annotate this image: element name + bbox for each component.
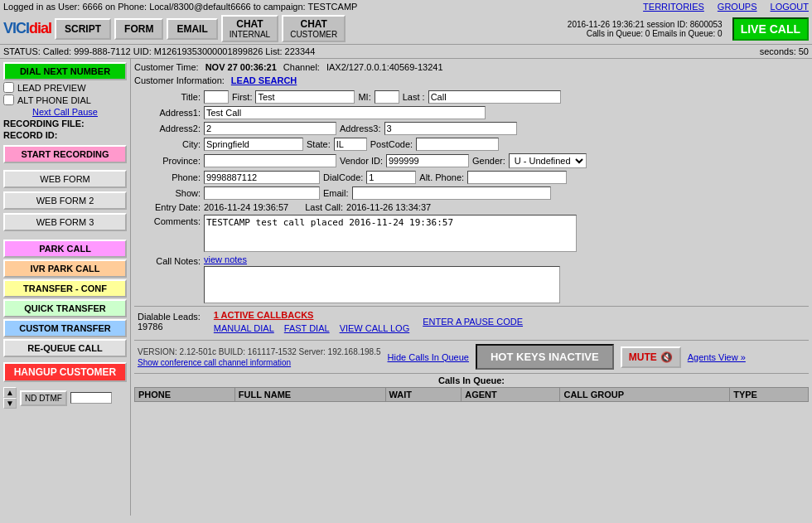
ivr-park-button[interactable]: IVR PARK CALL (3, 259, 127, 278)
enter-pause-code-link[interactable]: ENTER A PAUSE CODE (423, 317, 523, 327)
dialable-value: 19786 (138, 322, 163, 332)
conf-info-link[interactable]: Show conference call channel information (138, 358, 381, 367)
logo-vici: VICI (3, 20, 29, 36)
email-input[interactable] (352, 186, 551, 200)
territories-link[interactable]: TERRITORIES (643, 2, 704, 12)
requeue-call-button[interactable]: RE-QUEUE CALL (3, 339, 127, 357)
top-bar-right: TERRITORIES GROUPS LOGOUT (643, 2, 809, 12)
dtmf-input[interactable] (70, 392, 112, 404)
hot-keys-button[interactable]: HOT KEYS INACTIVE (476, 344, 614, 370)
quick-transfer-button[interactable]: QUICK TRANSFER (3, 299, 127, 317)
next-call-pause-link[interactable]: Next Call Pause (3, 107, 127, 117)
lead-search-link[interactable]: LEAD SEARCH (231, 75, 297, 85)
state-label: State: (307, 139, 331, 149)
sidebar: DIAL NEXT NUMBER LEAD PREVIEW ALT PHONE … (0, 59, 131, 516)
main-layout: DIAL NEXT NUMBER LEAD PREVIEW ALT PHONE … (0, 59, 812, 516)
city-input[interactable] (204, 138, 303, 151)
arrow-up-icon[interactable]: ▲ (3, 387, 17, 398)
chat-internal-button[interactable]: CHAT INTERNAL (221, 15, 278, 42)
show-input[interactable] (204, 186, 320, 200)
logo: VICIdial (3, 20, 51, 37)
cust-time-value: NOV 27 00:36:21 (205, 62, 277, 72)
lead-preview-checkbox[interactable] (3, 82, 14, 93)
call-notes-textarea[interactable] (204, 266, 560, 303)
manual-dial-link[interactable]: MANUAL DIAL (214, 323, 274, 333)
state-input[interactable] (334, 138, 367, 151)
mute-icon: 🔇 (660, 351, 673, 363)
dial-next-button[interactable]: DIAL NEXT NUMBER (3, 62, 127, 80)
name-row: Title: First: MI: Last : (134, 90, 809, 104)
chat-customer-button[interactable]: CHAT CUSTOMER (282, 15, 346, 42)
status-bar: STATUS: Called: 999-888-7112 UID: M12619… (0, 45, 812, 59)
comments-label: Comments: (134, 216, 201, 226)
col-full-name: FULL NAME (234, 388, 385, 402)
park-call-button[interactable]: PARK CALL (3, 240, 127, 258)
comments-textarea[interactable]: TESTCAMP test call placed 2016-11-24 19:… (204, 215, 577, 252)
form-button[interactable]: FORM (114, 18, 163, 40)
form-section: Title: First: MI: Last : Address1: Addre… (134, 90, 809, 303)
web-form2-button[interactable]: WEB FORM 2 (3, 191, 127, 210)
col-type: TYPE (730, 388, 809, 402)
callback-links: 1 ACTIVE CALLBACKS MANUAL DIAL FAST DIAL… (214, 310, 409, 333)
alt-phone-checkbox[interactable] (3, 94, 14, 105)
record-id-label: RECORD ID: (3, 128, 57, 142)
web-form3-button[interactable]: WEB FORM 3 (3, 213, 127, 231)
transfer-conf-button[interactable]: TRANSFER - CONF (3, 279, 127, 298)
city-row: City: State: PostCode: (134, 138, 809, 151)
call-notes-row: Call Notes: view notes (134, 254, 809, 303)
mi-input[interactable] (375, 90, 399, 104)
col-phone: PHONE (135, 388, 235, 402)
web-form-button[interactable]: WEB FORM (3, 170, 127, 188)
version-text: VERSION: 2.12-501c BUILD: 161117-1532 Se… (138, 347, 381, 356)
col-wait: WAIT (385, 388, 462, 402)
top-bar: Logged in as User: 6666 on Phone: Local/… (0, 0, 812, 13)
custom-transfer-button[interactable]: CUSTOM TRANSFER (3, 319, 127, 337)
view-call-log-link[interactable]: VIEW CALL LOG (340, 323, 410, 333)
alt-phone-row: ALT PHONE DIAL (3, 94, 127, 105)
view-notes-link[interactable]: view notes (204, 254, 560, 264)
last-label: Last : (403, 92, 425, 102)
arrow-down-icon[interactable]: ▼ (3, 398, 17, 409)
address2-input[interactable] (204, 122, 336, 135)
province-row: Province: Vendor ID: Gender: U - Undefin… (134, 153, 809, 168)
bottom-row1: Dialable Leads: 19786 1 ACTIVE CALLBACKS… (138, 310, 805, 333)
address3-input[interactable] (384, 122, 517, 135)
mute-label: MUTE (629, 351, 657, 363)
mute-button[interactable]: MUTE 🔇 (621, 346, 681, 368)
script-button[interactable]: SCRIPT (55, 18, 111, 40)
hot-keys-row: VERSION: 2.12-501c BUILD: 161117-1532 Se… (134, 340, 809, 373)
hangup-customer-button[interactable]: HANGUP CUSTOMER (3, 362, 127, 382)
start-recording-button[interactable]: START RECORDING (3, 145, 127, 163)
hide-calls-link[interactable]: Hide Calls In Queue (388, 352, 469, 362)
send-dtmf-button[interactable]: ND DTMF (20, 390, 67, 406)
first-input[interactable] (255, 90, 355, 104)
email-button[interactable]: EMAIL (167, 18, 217, 40)
channel-label: Channel: (283, 62, 320, 72)
agents-view-link[interactable]: Agents View » (688, 352, 746, 362)
phone-input[interactable] (204, 171, 320, 184)
dial-code-input[interactable] (366, 171, 416, 184)
logout-link[interactable]: LOGOUT (771, 2, 809, 12)
comments-row: Comments: TESTCAMP test call placed 2016… (134, 215, 809, 252)
fast-dial-link[interactable]: FAST DIAL (284, 323, 330, 333)
groups-link[interactable]: GROUPS (718, 2, 757, 12)
queue-section: Calls In Queue: PHONE FULL NAME WAIT AGE… (134, 373, 809, 402)
title-input[interactable] (204, 90, 229, 104)
gender-select[interactable]: U - Undefined (509, 153, 587, 168)
province-label: Province: (134, 156, 201, 166)
address1-input[interactable] (204, 106, 486, 119)
title-label: Title: (134, 92, 201, 102)
header-info: 2016-11-26 19:36:21 session ID: 8600053 … (568, 20, 723, 38)
last-input[interactable] (428, 90, 561, 104)
vendor-id-input[interactable] (386, 154, 469, 167)
postcode-input[interactable] (416, 138, 499, 151)
vendor-id-label: Vendor ID: (340, 156, 383, 166)
queue-table: PHONE FULL NAME WAIT AGENT CALL GROUP TY… (134, 387, 809, 402)
queue-info: Calls in Queue: 0 Emails in Queue: 0 (568, 29, 723, 38)
last-call-value: 2016-11-26 13:34:37 (346, 202, 431, 212)
queue-header-row: PHONE FULL NAME WAIT AGENT CALL GROUP TY… (135, 388, 809, 402)
alt-phone-input[interactable] (467, 171, 567, 184)
postcode-label: PostCode: (370, 139, 413, 149)
active-callbacks-link[interactable]: 1 ACTIVE CALLBACKS (214, 310, 409, 320)
province-input[interactable] (204, 154, 336, 167)
